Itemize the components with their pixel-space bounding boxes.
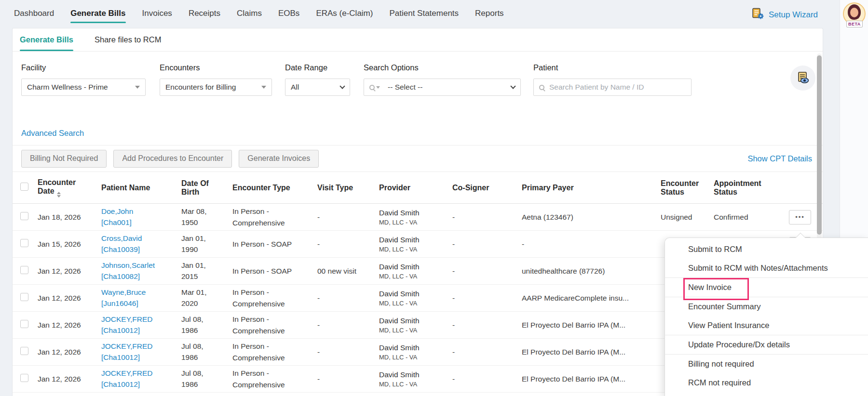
provider-cell: David SmithMD, LLC - VA [379,317,452,334]
date-range-value: All [291,83,299,92]
provider-cell: David SmithMD, LLC - VA [379,236,452,253]
nav-item-dashboard[interactable]: Dashboard [14,9,54,18]
add-procedures-to-encounter-button[interactable]: Add Procedures to Encounter [113,150,232,168]
row-checkbox[interactable] [20,293,28,301]
patient-link[interactable]: JOCKEY,FRED[Cha10012] [101,314,181,336]
row-more-actions-button[interactable]: ••• [789,210,811,224]
facility-dropdown[interactable]: Charm Wellness - Prime [21,79,146,96]
view-report-button[interactable] [790,66,815,91]
patient-link[interactable]: JOCKEY,FRED[Cha10012] [101,341,181,363]
primary-payer-cell: El Proyecto Del Barrio IPA (M... [522,321,661,330]
row-checkbox[interactable] [20,266,28,274]
encounters-label: Encounters [160,63,272,72]
visit-type-cell: - [317,294,379,303]
co-signer-cell: - [452,213,522,222]
row-checkbox[interactable] [20,320,28,328]
chevron-down-icon [339,83,345,89]
co-signer-cell: - [452,294,522,303]
nav-item-claims[interactable]: Claims [237,9,262,18]
column-header-encounter-date[interactable]: Encounter Date [38,178,101,198]
encounter-date-cell: Jan 18, 2026 [38,213,101,222]
show-cpt-details-link[interactable]: Show CPT Details [747,154,812,163]
primary-payer-cell: El Proyecto Del Barrio IPA (M... [522,348,661,356]
encounter-type-cell: In Person - Comprehensive [232,287,317,309]
divider [13,145,823,145]
patient-link[interactable]: JOCKEY,FRED[Cha10012] [101,368,181,390]
patient-link[interactable]: Wayne,Bruce[Jun16046] [101,287,181,309]
chevron-down-icon [510,83,515,89]
row-checkbox[interactable] [20,212,28,220]
tab-generate-bills[interactable]: Generate Bills [20,28,73,51]
scrollbar-thumb[interactable] [817,55,822,235]
menu-item-rcm-not-required[interactable]: RCM not required [665,373,868,392]
column-header-appointment-status: Appointment Status [714,179,789,197]
nav-item-eras-e-claim[interactable]: ERAs (e-Claim) [316,9,373,18]
primary-payer-cell: AARP MedicareComplete insu... [522,294,661,303]
nav-item-invoices[interactable]: Invoices [142,9,172,18]
primary-payer-cell: El Proyecto Del Barrio IPA (M... [522,375,661,383]
dob-cell: Jan 01, 1990 [181,233,232,255]
co-signer-cell: - [452,321,522,330]
generate-invoices-button[interactable]: Generate Invoices [239,150,319,168]
primary-payer-cell: Aetna (123467) [522,213,661,222]
encounter-type-cell: In Person - Comprehensive [232,206,317,228]
table-header: Encounter Date Patient Name Date Of Birt… [13,172,823,204]
avatar-face [850,8,858,17]
advanced-search-link[interactable]: Advanced Search [21,129,84,138]
search-options-dropdown[interactable]: -- Select -- [364,79,521,96]
menu-item-submit-to-rcm[interactable]: Submit to RCM [665,240,868,259]
column-header-co-signer: Co-Signer [452,184,522,192]
dob-cell: Jul 08, 1986 [181,368,232,390]
date-range-select[interactable]: All [285,79,350,96]
menu-group: New Invoice [665,277,868,297]
nav-item-generate-bills[interactable]: Generate Bills [70,9,125,18]
menu-item-update-procedure-dx-details[interactable]: Update Procedure/Dx details [665,335,868,354]
provider-cell: David SmithMD, LLC - VA [379,209,452,226]
row-checkbox[interactable] [20,374,28,382]
dob-cell: Jan 01, 2015 [181,260,232,282]
patient-link[interactable]: Johnson,Scarlet[Cha10082] [101,260,181,282]
caret-down-icon [261,86,266,89]
sort-icon [57,192,61,198]
encounter-type-cell: In Person - SOAP [232,265,317,277]
menu-group: Billing not requiredRCM not required [665,354,868,392]
encounter-date-cell: Jan 12, 2026 [38,321,101,330]
row-checkbox[interactable] [20,347,28,355]
column-header-encounter-status: Encounter Status [661,179,714,197]
billing-not-required-button[interactable]: Billing Not Required [21,150,107,168]
menu-item-view-patient-insurance[interactable]: View Patient Insurance [665,316,868,335]
encounter-date-cell: Jan 12, 2026 [38,267,101,276]
nav-item-eobs[interactable]: EOBs [278,9,299,18]
toolbar-buttons: Billing Not RequiredAdd Procedures to En… [21,150,319,168]
co-signer-cell: - [452,348,522,356]
row-actions-menu: Submit to RCMSubmit to RCM with Notes/At… [665,238,868,396]
search-icon [369,85,375,90]
patient-search-input[interactable] [549,83,675,92]
user-avatar[interactable]: BETA [843,2,866,25]
column-header-provider: Provider [379,184,452,192]
facility-label: Facility [21,63,146,72]
patient-search-box [533,79,692,96]
encounters-dropdown[interactable]: Encounters for Billing [160,79,272,96]
patient-link[interactable]: Cross,David[Cha10039] [101,233,181,255]
setup-wizard-button[interactable]: Setup Wizard [751,8,818,22]
dob-cell: Jul 08, 1986 [181,341,232,363]
tab-share-files-to-rcm[interactable]: Share files to RCM [95,28,161,51]
encounters-filter: Encounters Encounters for Billing [160,63,272,96]
beta-badge: BETA [846,21,863,27]
nav-item-receipts[interactable]: Receipts [189,9,220,18]
column-header-encounter-type: Encounter Type [232,184,317,192]
encounter-status-cell: Unsigned [661,213,714,222]
date-range-label: Date Range [285,63,350,72]
row-checkbox[interactable] [20,239,28,247]
nav-item-reports[interactable]: Reports [475,9,504,18]
nav-item-patient-statements[interactable]: Patient Statements [389,9,459,18]
select-all-checkbox[interactable] [20,183,28,191]
menu-item-submit-to-rcm-with-notes-attachments[interactable]: Submit to RCM with Notes/Attachments [665,259,868,277]
menu-item-new-invoice[interactable]: New Invoice [665,278,868,297]
search-options-label: Search Options [364,63,521,72]
encounter-date-cell: Jan 15, 2026 [38,240,101,249]
patient-link[interactable]: Doe,John[Cha001] [101,206,181,228]
column-header-visit-type: Visit Type [317,184,379,192]
menu-item-billing-not-required[interactable]: Billing not required [665,355,868,373]
